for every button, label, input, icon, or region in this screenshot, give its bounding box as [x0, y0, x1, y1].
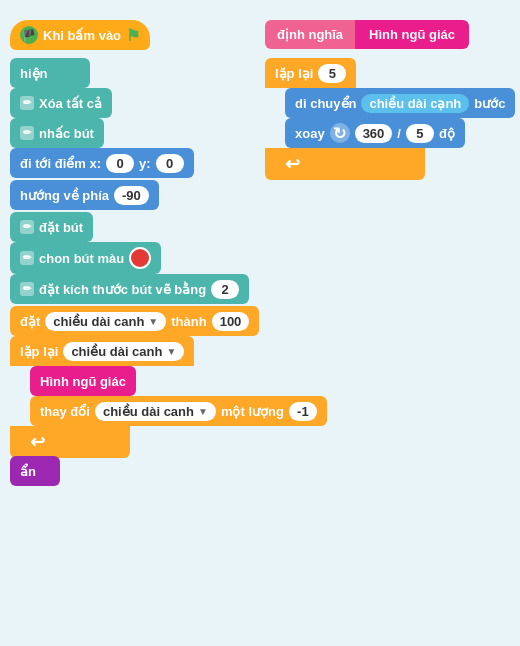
degrees-label: độ	[439, 126, 455, 141]
when-flag-label: Khi bấm vào	[43, 28, 121, 43]
def-name: Hình ngũ giác	[355, 20, 469, 49]
move-steps-block: di chuyển chiều dài cạnh bước	[285, 88, 515, 118]
pencil-icon-5: ✏	[20, 282, 34, 296]
point-label: hướng về phía	[20, 188, 109, 203]
pencil-icon-3: ✏	[20, 220, 34, 234]
call-polygon-label: Hình ngũ giác	[40, 374, 126, 389]
set-value-input[interactable]: 100	[212, 312, 250, 331]
pen-size-input[interactable]: 2	[211, 280, 239, 299]
repeat-label: lặp lại	[20, 344, 58, 359]
clear-block: ✏ Xóa tất cả	[10, 88, 112, 118]
turn-degrees-input[interactable]: 360	[355, 124, 393, 143]
pencil-icon-4: ✏	[20, 251, 34, 265]
divide-label: /	[397, 126, 401, 141]
goto-label: đi tới điểm x:	[20, 156, 101, 171]
move-var-dropdown[interactable]: chiều dài cạnh	[361, 94, 469, 113]
right-repeat-value[interactable]: 5	[318, 64, 346, 83]
flag-icon: 🏴	[20, 26, 38, 44]
right-repeat-top: lặp lại 5	[265, 58, 356, 88]
clear-label: Xóa tất cả	[39, 96, 102, 111]
change-label: thay đổi	[40, 404, 90, 419]
goto-xy-block: đi tới điểm x: 0 y: 0	[10, 148, 194, 178]
change-var-dropdown[interactable]: chiều dài canh ▼	[95, 402, 216, 421]
return-arrow-icon: ↩	[20, 431, 45, 453]
flag-green-icon: ⚑	[126, 26, 140, 45]
show-label: hiện	[20, 66, 48, 81]
set-label: đặt	[20, 314, 40, 329]
pencil-icon-2: ✏	[20, 126, 34, 140]
steps-label: bước	[474, 96, 505, 111]
right-repeat-container: lặp lại 5 di chuyển chiều dài cạnh bước …	[265, 58, 520, 180]
direction-input[interactable]: -90	[114, 186, 149, 205]
right-return-arrow-icon: ↩	[275, 153, 300, 175]
color-swatch[interactable]	[129, 247, 151, 269]
change-variable-block: thay đổi chiều dài canh ▼ một lượng -1	[30, 396, 327, 426]
pen-color-label: chon bút màu	[39, 251, 124, 266]
pen-up-block: ✏ nhấc bút	[10, 118, 104, 148]
show-block: hiện	[10, 58, 90, 88]
y-input[interactable]: 0	[156, 154, 184, 173]
call-polygon-block: Hình ngũ giác	[30, 366, 136, 396]
when-flag-clicked-block: 🏴 Khi bấm vào ⚑	[10, 20, 150, 50]
y-label: y:	[139, 156, 151, 171]
hide-label: ẩn	[20, 464, 36, 479]
def-keyword: định nghĩa	[265, 20, 355, 49]
pencil-icon: ✏	[20, 96, 34, 110]
pen-down-block: ✏ đặt bút	[10, 212, 93, 242]
pen-down-label: đặt bút	[39, 220, 83, 235]
right-repeat-label: lặp lại	[275, 66, 313, 81]
point-direction-block: hướng về phía -90	[10, 180, 159, 210]
to-label: thành	[171, 314, 206, 329]
variable-dropdown[interactable]: chiều dài canh ▼	[45, 312, 166, 331]
set-variable-block: đặt chiều dài canh ▼ thành 100	[10, 306, 259, 336]
hide-block: ẩn	[10, 456, 60, 486]
turn-label: xoay	[295, 126, 325, 141]
move-label: di chuyển	[295, 96, 356, 111]
repeat-bottom: ↩	[10, 426, 130, 458]
by-label: một lượng	[221, 404, 284, 419]
definition-block: định nghĩa Hình ngũ giác	[265, 20, 469, 49]
x-input[interactable]: 0	[106, 154, 134, 173]
rotate-icon: ↻	[330, 123, 350, 143]
workspace: 🏴 Khi bấm vào ⚑ hiện ✏ Xóa tất cả ✏ nhấc…	[0, 0, 520, 646]
pen-up-label: nhấc bút	[39, 126, 94, 141]
set-pen-size-block: ✏ đặt kích thước bút vẽ bằng 2	[10, 274, 249, 304]
turn-divisor-input[interactable]: 5	[406, 124, 434, 143]
pen-size-label: đặt kích thước bút vẽ bằng	[39, 282, 206, 297]
repeat-var-dropdown[interactable]: chiều dài canh ▼	[63, 342, 184, 361]
right-repeat-bottom: ↩	[265, 148, 425, 180]
change-value-input[interactable]: -1	[289, 402, 317, 421]
set-pen-color-block: ✏ chon bút màu	[10, 242, 161, 274]
repeat-var-block: lặp lại chiều dài canh ▼	[10, 336, 194, 366]
turn-block: xoay ↻ 360 / 5 độ	[285, 118, 465, 148]
